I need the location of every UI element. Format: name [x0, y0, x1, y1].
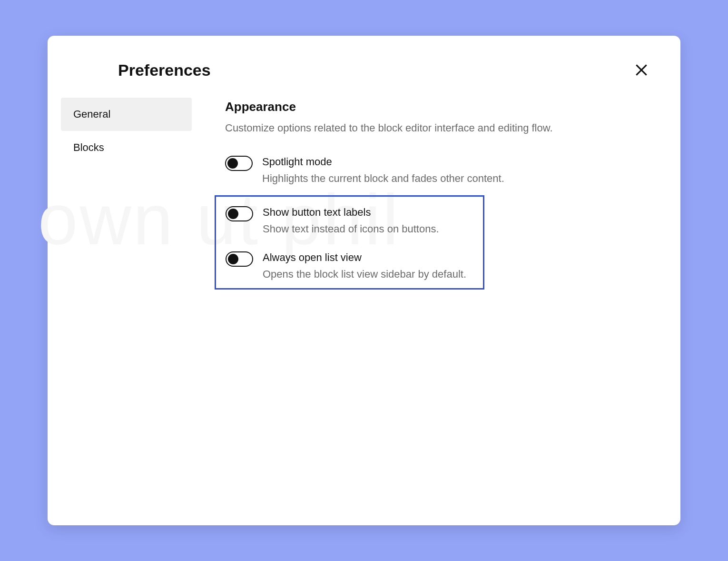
- close-icon: [634, 62, 649, 78]
- setting-description: Show text instead of icons on buttons.: [263, 221, 473, 237]
- section-title: Appearance: [225, 100, 642, 114]
- sidebar: General Blocks: [61, 98, 192, 290]
- setting-text: Show button text labels Show text instea…: [263, 205, 473, 237]
- setting-label: Show button text labels: [263, 205, 473, 220]
- toggle-spotlight-mode[interactable]: [225, 156, 253, 171]
- modal-title: Preferences: [118, 61, 211, 80]
- setting-text: Always open list view Opens the block li…: [263, 250, 473, 282]
- toggle-knob: [227, 158, 238, 169]
- toggle-knob: [228, 254, 238, 264]
- setting-label: Spotlight mode: [262, 155, 642, 170]
- setting-spotlight-mode: Spotlight mode Highlights the current bl…: [225, 150, 642, 195]
- toggle-knob: [228, 209, 238, 219]
- setting-always-open-list-view: Always open list view Opens the block li…: [226, 246, 473, 285]
- setting-description: Opens the block list view sidebar by def…: [263, 266, 473, 282]
- content-panel: Appearance Customize options related to …: [225, 98, 642, 290]
- modal-body: General Blocks Appearance Customize opti…: [61, 98, 642, 290]
- sidebar-item-blocks[interactable]: Blocks: [61, 131, 192, 164]
- setting-description: Highlights the current block and fades o…: [262, 170, 642, 187]
- setting-label: Always open list view: [263, 250, 473, 265]
- setting-show-button-text-labels: Show button text labels Show text instea…: [226, 200, 473, 246]
- setting-text: Spotlight mode Highlights the current bl…: [262, 155, 642, 187]
- toggle-always-open-list-view[interactable]: [226, 251, 253, 267]
- sidebar-item-label: Blocks: [73, 141, 104, 153]
- section-description: Customize options related to the block e…: [225, 120, 642, 136]
- sidebar-item-label: General: [73, 108, 110, 120]
- close-button[interactable]: [631, 60, 652, 80]
- sidebar-item-general[interactable]: General: [61, 98, 192, 131]
- highlight-box: Show button text labels Show text instea…: [215, 195, 484, 290]
- preferences-modal: own ut phil Preferences General Blocks A…: [48, 36, 680, 525]
- toggle-show-button-text-labels[interactable]: [226, 206, 253, 221]
- modal-header: Preferences: [61, 60, 642, 80]
